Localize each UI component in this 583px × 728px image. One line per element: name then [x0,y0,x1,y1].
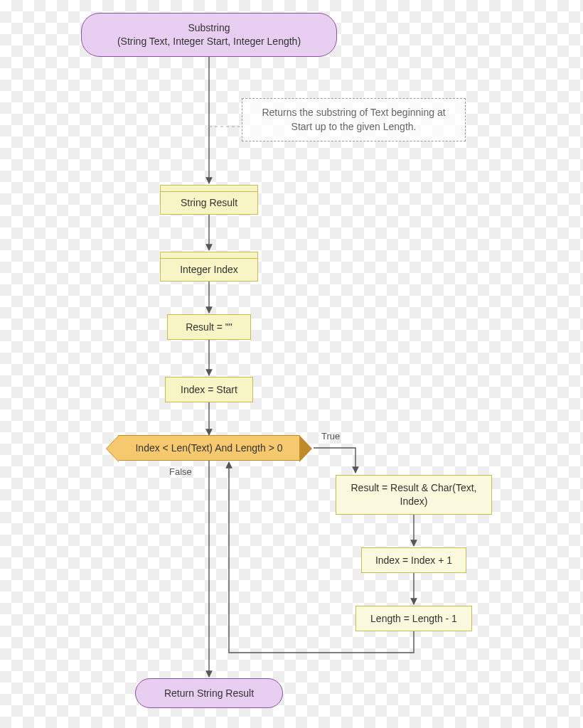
terminator-end: Return String Result [135,678,283,708]
assign-result-empty: Result = "" [167,314,251,340]
comment-text: Returns the substring of Text beginning … [262,107,445,132]
start-title: Substring [117,21,301,35]
label-false: False [169,466,192,477]
comment-box: Returns the substring of Text beginning … [242,98,466,141]
start-signature: (String Text, Integer Start, Integer Len… [117,35,301,48]
declare-index: Integer Index [160,257,258,282]
label-true: True [321,431,340,441]
terminator-start: Substring (String Text, Integer Start, I… [81,13,337,57]
decision-loop-condition: Index < Len(Text) And Length > 0 [118,435,300,461]
assign-index-start: Index = Start [165,377,253,402]
process-increment-index: Index = Index + 1 [361,547,466,573]
process-decrement-length: Length = Length - 1 [355,606,472,631]
declare-result: String Result [160,191,258,215]
process-append-char: Result = Result & Char(Text, Index) [336,475,492,515]
